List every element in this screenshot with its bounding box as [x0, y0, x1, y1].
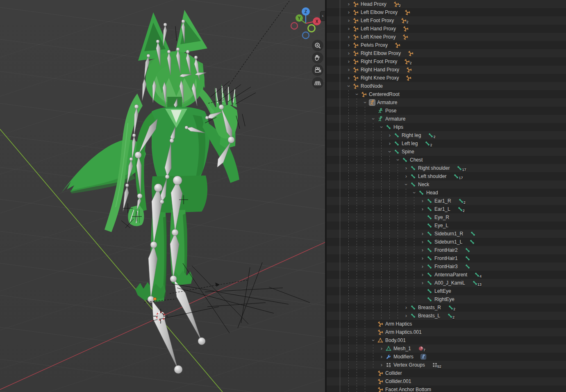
outliner-item-label[interactable]: Mesh_1 — [393, 346, 411, 351]
expand-chevron[interactable]: › — [346, 25, 352, 32]
outliner-item-label[interactable]: Body.001 — [385, 337, 406, 343]
outliner-row[interactable]: Arm Haptics — [327, 320, 566, 328]
expand-chevron[interactable]: › — [419, 271, 426, 278]
outliner-item-label[interactable]: Eye_L — [434, 223, 448, 228]
outliner-item-label[interactable]: Breasts_R — [418, 305, 441, 310]
outliner-row[interactable]: › Chest — [327, 156, 566, 164]
outliner-row[interactable]: › Sideburn1_R — [327, 230, 566, 238]
outliner-row[interactable]: › Armature — [327, 115, 566, 123]
expand-chevron[interactable]: › — [419, 263, 426, 270]
expand-chevron[interactable]: › — [419, 280, 426, 286]
outliner-item-label[interactable]: Sideburn1_R — [434, 231, 463, 237]
expand-chevron[interactable]: › — [419, 230, 426, 237]
outliner-item-label[interactable]: Collider — [385, 370, 402, 376]
outliner-row[interactable]: › Vertex Groups 92 — [327, 361, 566, 369]
outliner-item-label[interactable]: Right Knee Proxy — [361, 75, 399, 81]
outliner-item-label[interactable]: Left Hand Proxy — [361, 26, 396, 32]
outliner-row[interactable]: › Body.001 — [327, 336, 566, 344]
outliner-item-label[interactable]: A00_J_KamiL — [434, 280, 465, 286]
outliner-row[interactable]: › Right Foot Proxy 2 — [327, 57, 566, 66]
expand-chevron[interactable]: › — [419, 239, 426, 245]
outliner-item-label[interactable]: Arm Haptics.001 — [385, 329, 422, 335]
expand-chevron[interactable]: › — [370, 337, 377, 344]
outliner-row[interactable]: › Left Foot Proxy 2 — [327, 16, 566, 25]
outliner-row[interactable]: › Left Knee Proxy — [327, 33, 566, 41]
outliner-row[interactable]: Eye_R — [327, 213, 566, 221]
outliner-row[interactable]: Collider — [327, 369, 566, 377]
outliner-item-label[interactable]: Modifiers — [393, 354, 414, 360]
outliner-item-label[interactable]: Left leg — [402, 141, 418, 146]
expand-chevron[interactable]: › — [370, 116, 377, 122]
expand-chevron[interactable]: › — [346, 75, 352, 81]
outliner-item-label[interactable]: Collider.001 — [385, 378, 411, 384]
outliner-row[interactable]: › Right leg 2 — [327, 131, 566, 139]
expand-chevron[interactable]: › — [403, 173, 409, 180]
outliner-row[interactable]: Collider.001 — [327, 377, 566, 385]
expand-chevron[interactable]: › — [386, 140, 393, 147]
outliner-row[interactable]: › Pelvis Proxy — [327, 41, 566, 49]
outliner-item-label[interactable]: Facet Anchor Bottom — [385, 387, 431, 392]
outliner-item-label[interactable]: RootNode — [361, 83, 383, 89]
outliner-row[interactable]: › Breasts_L 2 — [327, 312, 566, 320]
expand-chevron[interactable]: › — [403, 181, 409, 188]
outliner-row[interactable]: › Left Elbow Proxy — [327, 8, 566, 16]
expand-chevron[interactable]: › — [419, 247, 426, 253]
expand-chevron[interactable]: › — [378, 353, 385, 360]
outliner-row[interactable]: › CenteredRoot — [327, 90, 566, 98]
outliner-item-label[interactable]: Armature — [385, 116, 405, 122]
3d-viewport[interactable]: Z Y X — [0, 0, 325, 392]
pan-button[interactable] — [312, 52, 323, 64]
outliner-item-label[interactable]: Head — [426, 190, 438, 196]
outliner-row[interactable]: Arm Haptics.001 — [327, 328, 566, 336]
outliner-item-label[interactable]: FrontHair3 — [434, 264, 458, 269]
outliner-row[interactable]: Eye_L — [327, 221, 566, 230]
object-origin-point[interactable] — [154, 298, 157, 301]
panel-collapse-arrow[interactable]: ‹ — [320, 11, 325, 21]
expand-chevron[interactable]: › — [346, 83, 352, 89]
outliner-row[interactable]: › Head Proxy 2 — [327, 0, 566, 8]
outliner-row[interactable]: › FrontHair1 — [327, 254, 566, 262]
outliner-row[interactable]: › Ear1_L 2 — [327, 205, 566, 213]
toggle-perspective-button[interactable] — [312, 77, 323, 89]
outliner-row[interactable]: › Right shoulder 17 — [327, 164, 566, 172]
expand-chevron[interactable]: › — [346, 17, 352, 24]
navigation-gizmo[interactable]: Z Y X — [285, 2, 325, 45]
outliner-row[interactable]: Facet Anchor Bottom — [327, 385, 566, 392]
outliner-item-label[interactable]: FrontHair1 — [434, 255, 458, 261]
outliner-item-label[interactable]: Head Proxy — [361, 1, 386, 7]
outliner-item-label[interactable]: Armature — [377, 100, 397, 105]
expand-chevron[interactable]: › — [378, 345, 385, 352]
outliner-row[interactable]: › Modifiers — [327, 353, 566, 361]
outliner-item-label[interactable]: Left Elbow Proxy — [361, 9, 398, 15]
expand-chevron[interactable]: › — [403, 304, 409, 311]
outliner-item-label[interactable]: AntennaParent — [434, 272, 467, 278]
outliner-row[interactable]: › Armature — [327, 98, 566, 107]
outliner-item-label[interactable]: LeftEye — [434, 288, 451, 294]
outliner-row[interactable]: › Neck — [327, 180, 566, 189]
expand-chevron[interactable]: › — [346, 50, 352, 57]
outliner-row[interactable]: › Left leg 2 — [327, 139, 566, 148]
expand-chevron[interactable]: › — [386, 132, 393, 139]
outliner-row[interactable]: › Hips — [327, 123, 566, 131]
outliner-item-label[interactable]: Ear1_L — [434, 206, 450, 212]
outliner-item-label[interactable]: Arm Haptics — [385, 321, 412, 327]
expand-chevron[interactable]: › — [346, 1, 352, 7]
expand-chevron[interactable]: › — [386, 148, 393, 155]
outliner-item-label[interactable]: Breasts_L — [418, 313, 440, 319]
outliner-row[interactable]: › Right Knee Proxy — [327, 74, 566, 82]
outliner-item-label[interactable]: Spine — [402, 149, 414, 155]
expand-chevron[interactable]: › — [419, 206, 426, 212]
outliner-row[interactable]: › Ear1_R 2 — [327, 197, 566, 205]
expand-chevron[interactable]: › — [403, 165, 409, 171]
camera-view-button[interactable] — [312, 64, 323, 76]
outliner-row[interactable]: › A00_J_KamiL 13 — [327, 279, 566, 287]
gizmo-axis-y-neg[interactable] — [308, 25, 315, 32]
outliner-item-label[interactable]: Chest — [410, 157, 423, 163]
outliner-item-label[interactable]: Right Foot Proxy — [361, 59, 397, 64]
outliner-item-label[interactable]: Hips — [393, 124, 403, 130]
expand-chevron[interactable]: › — [395, 157, 401, 163]
expand-chevron[interactable]: › — [346, 66, 352, 73]
outliner-row[interactable]: › Head — [327, 189, 566, 197]
outliner-item-label[interactable]: Right Hand Proxy — [361, 67, 399, 73]
outliner-row[interactable]: › Left Hand Proxy — [327, 25, 566, 33]
